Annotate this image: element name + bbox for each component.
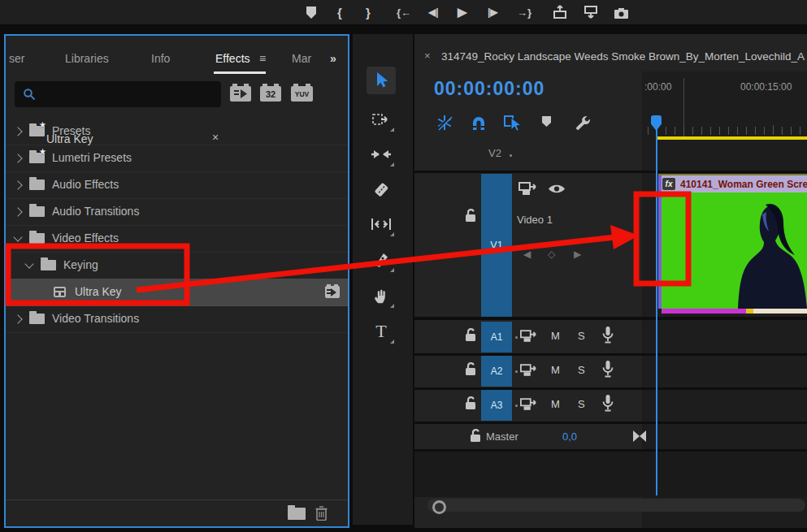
clip-fx-badge[interactable]: fx xyxy=(662,178,675,190)
track-lock-icon[interactable] xyxy=(463,327,478,343)
timeline-settings-wrench-icon[interactable] xyxy=(574,114,592,132)
add-marker-icon[interactable] xyxy=(541,115,552,128)
clip-title: 410141_Woman Green Screen xyxy=(680,179,807,190)
track-output-eye-icon[interactable] xyxy=(548,183,566,195)
playhead-line xyxy=(656,129,657,495)
sync-lock-icon[interactable] xyxy=(520,364,536,377)
delete-bin-icon[interactable] xyxy=(315,505,328,521)
solo-button[interactable]: S xyxy=(578,398,585,410)
tree-item-presets[interactable]: ★ Presets xyxy=(6,118,348,145)
slip-tool[interactable] xyxy=(367,210,396,238)
next-keyframe-icon[interactable]: ▶ xyxy=(574,249,581,260)
track-target-v2[interactable]: V2 xyxy=(488,147,501,159)
tree-item-audio-transitions[interactable]: Audio Transitions xyxy=(6,198,348,226)
track-target-a3[interactable]: A3 xyxy=(481,390,512,421)
keyframe-bowtie-icon[interactable] xyxy=(632,430,647,443)
lift-icon[interactable] xyxy=(552,2,568,22)
go-to-out-icon[interactable]: →} xyxy=(517,2,531,22)
new-custom-bin-icon[interactable] xyxy=(288,508,306,520)
tree-item-audio-effects[interactable]: Audio Effects xyxy=(6,171,348,199)
voiceover-mic-icon[interactable] xyxy=(601,394,614,413)
export-frame-icon[interactable] xyxy=(614,2,629,22)
type-tool[interactable]: T xyxy=(367,318,396,345)
ripple-edit-tool[interactable] xyxy=(367,141,396,168)
sync-lock-icon[interactable] xyxy=(520,398,536,411)
scrollbar-zoom-handle[interactable] xyxy=(432,500,446,514)
track-name-video1[interactable]: Video 1 xyxy=(517,214,553,226)
effects-search-input[interactable]: Ultra Key × xyxy=(15,81,221,107)
nest-sequences-toggle-icon[interactable] xyxy=(436,114,453,132)
tab-info[interactable]: Info xyxy=(151,52,170,65)
hand-tool[interactable] xyxy=(367,282,396,309)
razor-tool[interactable] xyxy=(367,176,396,204)
snap-toggle-icon[interactable] xyxy=(470,114,488,132)
mute-button[interactable]: M xyxy=(551,364,560,376)
voiceover-mic-icon[interactable] xyxy=(601,326,614,345)
track-target-a2[interactable]: A2 xyxy=(481,356,512,387)
source-patch-dot xyxy=(515,404,518,407)
chevron-right-icon[interactable] xyxy=(13,154,22,162)
selection-tool[interactable] xyxy=(367,67,396,94)
mute-button[interactable]: M xyxy=(551,398,560,410)
clip-audio-strip-yellow xyxy=(746,309,753,314)
track-lock-icon[interactable] xyxy=(468,428,483,443)
close-sequence-icon[interactable]: × xyxy=(424,50,431,62)
sync-lock-icon[interactable] xyxy=(518,182,536,196)
step-back-icon[interactable]: ◀| xyxy=(428,2,439,22)
folder-icon xyxy=(29,179,45,190)
tree-item-lumetri-presets[interactable]: ★ Lumetri Presets xyxy=(6,145,348,172)
master-level-value[interactable]: 0,0 xyxy=(562,430,577,443)
step-forward-icon[interactable]: |▶ xyxy=(488,2,498,22)
tab-libraries[interactable]: Libraries xyxy=(65,52,109,65)
track-divider xyxy=(414,422,807,424)
track-lock-icon[interactable] xyxy=(463,208,478,223)
master-track-label: Master xyxy=(486,430,518,443)
timeline-horizontal-scrollbar[interactable] xyxy=(427,499,805,512)
track-lock-icon[interactable] xyxy=(463,396,478,411)
chevron-right-icon[interactable] xyxy=(13,207,22,216)
linked-selection-icon[interactable] xyxy=(504,114,523,132)
clip-audio-strip-cream xyxy=(753,309,807,314)
tab-markers-partial[interactable]: Mar xyxy=(292,52,311,65)
sync-lock-icon[interactable] xyxy=(520,330,536,343)
effects-panel-footer xyxy=(6,500,348,527)
tree-item-ultra-key[interactable]: Ultra Key xyxy=(6,279,348,306)
chevron-right-icon[interactable] xyxy=(13,314,22,323)
time-ruler[interactable] xyxy=(644,125,807,136)
mark-in-icon[interactable]: { xyxy=(337,2,342,22)
track-lock-icon[interactable] xyxy=(463,361,478,377)
go-to-in-icon[interactable]: {← xyxy=(397,2,411,22)
extract-icon[interactable] xyxy=(583,2,599,22)
voiceover-mic-icon[interactable] xyxy=(601,360,614,379)
panel-menu-icon[interactable]: ≡ xyxy=(259,52,266,65)
solo-button[interactable]: S xyxy=(578,330,585,342)
tree-item-video-transitions[interactable]: Video Transitions xyxy=(6,305,348,333)
chevron-right-icon[interactable] xyxy=(13,127,22,136)
chevron-down-icon[interactable] xyxy=(13,232,22,241)
chevron-down-icon[interactable] xyxy=(24,259,33,268)
pen-tool[interactable] xyxy=(367,246,396,274)
track-select-forward-tool[interactable] xyxy=(367,106,396,133)
tree-item-keying[interactable]: Keying xyxy=(6,252,348,279)
track-target-v1[interactable]: V1 xyxy=(481,174,512,317)
more-tabs-icon[interactable]: » xyxy=(330,52,336,65)
clip-woman-green-screen[interactable]: fx 410141_Woman Green Screen xyxy=(658,174,807,315)
playhead-timecode[interactable]: 00:00:00:00 xyxy=(434,78,545,100)
chevron-right-icon[interactable] xyxy=(13,180,22,189)
add-keyframe-icon[interactable]: ◇ xyxy=(548,249,555,260)
previous-keyframe-icon[interactable]: ◀ xyxy=(523,249,531,260)
32bit-effects-filter-icon[interactable]: 32 xyxy=(260,86,281,102)
add-marker-icon[interactable] xyxy=(306,2,317,22)
track-target-a1[interactable]: A1 xyxy=(481,322,512,353)
clip-header: fx 410141_Woman Green Screen xyxy=(658,175,807,192)
accelerated-effects-filter-icon[interactable] xyxy=(230,86,251,102)
play-icon[interactable]: ▶ xyxy=(458,2,467,22)
solo-button[interactable]: S xyxy=(578,364,585,376)
mute-button[interactable]: M xyxy=(551,330,560,342)
tab-effects[interactable]: Effects xyxy=(215,52,250,65)
yuv-effects-filter-icon[interactable]: YUV xyxy=(291,86,313,102)
sequence-tab-title[interactable]: 314749_Rocky Landscape Weeds Smoke Brown… xyxy=(441,50,805,63)
tab-browser-partial[interactable]: ser xyxy=(9,52,24,65)
mark-out-icon[interactable]: } xyxy=(366,2,371,22)
tree-item-video-effects[interactable]: Video Effects xyxy=(6,225,348,253)
